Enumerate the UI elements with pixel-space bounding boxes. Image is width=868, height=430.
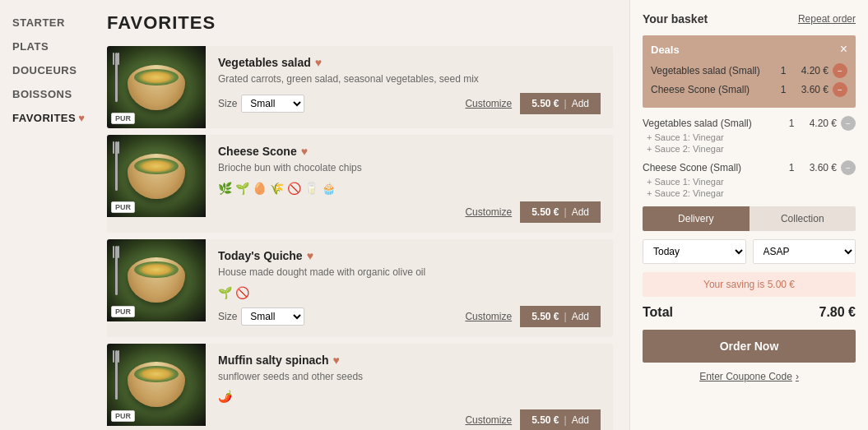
diet-icon-4: 🌾 [270, 182, 284, 195]
food-details-cheese-scone: Cheese Scone♥ Brioche bun with chocolate… [206, 135, 613, 233]
delivery-date-select[interactable]: Today Tomorrow [643, 239, 746, 264]
basket-item-price-0: 4.20 € [800, 118, 837, 129]
food-desc-cheese-scone: Brioche bun with chocolate chips [218, 161, 601, 175]
size-label: Size [218, 98, 237, 109]
basket-header: Your basket Repeat order [643, 12, 856, 25]
heart-icon: ♥ [315, 56, 322, 69]
food-desc-todays-quiche: House made dought made with organic oliv… [218, 266, 601, 280]
size-label: Size [218, 311, 237, 322]
food-bottom-todays-quiche: Size Small Medium Large Customize 5.50 €… [218, 306, 601, 327]
diet-icon-3: 🥚 [253, 182, 267, 195]
size-dropdown-vegetables-salad[interactable]: Small Medium Large [241, 95, 304, 113]
deal-price-1: 3.60 € [791, 84, 829, 95]
diet-icon-nogluten: 🚫 [235, 286, 249, 299]
diet-icon-6: 🥛 [304, 182, 318, 195]
sidebar-item-favorites[interactable]: FAVORITES♥ [12, 112, 78, 124]
delivery-selects: Today Tomorrow ASAP 12:00 12:30 [643, 239, 856, 264]
food-icons-cheese-scone: 🌿 🌱 🥚 🌾 🚫 🥛 🧁 [218, 182, 601, 195]
delivery-tab-collection[interactable]: Collection [750, 206, 856, 231]
basket-title: Your basket [643, 12, 708, 25]
food-actions-cheese-scone: Customize 5.50 € | Add [465, 201, 601, 223]
deal-qty-1: 1 [775, 84, 791, 95]
page-title: FAVORITES [107, 12, 613, 34]
repeat-order-link[interactable]: Repeat order [798, 13, 856, 25]
add-label-todays-quiche: Add [572, 311, 589, 322]
basket-item-qty-0: 1 [783, 118, 800, 129]
add-label-cheese-scone: Add [572, 206, 589, 218]
price-cheese-scone: 5.50 € [531, 206, 559, 218]
basket-item-main-0: Vegetables salad (Small) 1 4.20 € − [643, 116, 856, 131]
add-button-cheese-scone[interactable]: 5.50 € | Add [520, 201, 601, 223]
delivery-time-select[interactable]: ASAP 12:00 12:30 [753, 239, 856, 264]
fork-icon [115, 246, 118, 295]
coupon-label: Enter Coupone Code [699, 371, 792, 382]
customize-link-vegetables-salad[interactable]: Customize [465, 98, 512, 109]
diet-icon-7: 🧁 [322, 182, 336, 195]
customize-link-muffin-salty-spinach[interactable]: Customize [465, 414, 512, 426]
deals-close-icon[interactable]: × [840, 42, 847, 57]
basket-item-qty-1: 1 [783, 162, 800, 173]
basket-item-remove-0[interactable]: − [841, 116, 856, 131]
order-now-button[interactable]: Order Now [643, 330, 856, 363]
total-label: Total [643, 305, 673, 320]
plate-tag: PUR [111, 201, 135, 213]
food-card-vegetables-salad: PUR Vegetables salad♥ Grated carrots, gr… [107, 46, 613, 128]
basket-item-price-1: 3.60 € [800, 162, 837, 173]
price-vegetables-salad: 5.50 € [531, 98, 559, 109]
customize-link-cheese-scone[interactable]: Customize [465, 206, 512, 218]
deals-label: Deals [651, 44, 680, 56]
food-desc-vegetables-salad: Grated carrots, green salad, seasonal ve… [218, 72, 601, 86]
add-button-todays-quiche[interactable]: 5.50 € | Add [520, 306, 601, 327]
food-card-cheese-scone: PUR Cheese Scone♥ Brioche bun with choco… [107, 135, 613, 233]
customize-link-todays-quiche[interactable]: Customize [465, 311, 512, 322]
deal-price-0: 4.20 € [791, 65, 829, 76]
deal-name-0: Vegetables salad (Small) [651, 65, 775, 76]
diet-icon-1: 🌿 [218, 182, 232, 195]
deal-remove-1[interactable]: − [833, 82, 847, 97]
savings-bar: Your saving is 5.00 € [643, 272, 856, 297]
food-details-vegetables-salad: Vegetables salad♥ Grated carrots, green … [206, 46, 613, 124]
diet-icon-5: 🚫 [287, 182, 301, 195]
savings-label: Your saving is [703, 279, 764, 290]
deal-item-0: Vegetables salad (Small) 1 4.20 € − [651, 63, 847, 78]
total-row: Total 7.80 € [643, 305, 856, 320]
food-bottom-muffin-salty-spinach: Customize 5.50 € | Add [218, 409, 601, 430]
savings-value: 5.00 € [768, 279, 795, 290]
delivery-tab-delivery[interactable]: Delivery [643, 206, 750, 231]
basket-item-name-0: Vegetables salad (Small) [643, 118, 783, 129]
size-dropdown-todays-quiche[interactable]: Small Medium Large [241, 307, 304, 326]
bowl-icon [128, 362, 185, 407]
deal-remove-0[interactable]: − [833, 63, 847, 78]
add-button-vegetables-salad[interactable]: 5.50 € | Add [520, 93, 601, 114]
food-desc-muffin-salty-spinach: sunflower seeds and other seeds [218, 370, 601, 384]
diet-icon-spicy: 🌶️ [218, 390, 232, 403]
deals-header: Deals × [651, 42, 847, 57]
bowl-icon [128, 65, 185, 110]
food-name-todays-quiche: Today's Quiche♥ [218, 249, 601, 262]
food-card-muffin-salty-spinach: PUR Muffin salty spinach♥ sunflower seed… [107, 344, 613, 430]
sidebar-item-plats[interactable]: PLATS [12, 40, 78, 53]
food-icons-muffin-salty-spinach: 🌶️ [218, 390, 601, 403]
food-bottom-cheese-scone: Customize 5.50 € | Add [218, 201, 601, 223]
sidebar-item-starter[interactable]: STARTER [12, 16, 78, 29]
fork-icon [115, 350, 118, 400]
heart-icon: ♥ [307, 249, 313, 262]
food-actions-vegetables-salad: Customize 5.50 € | Add [465, 93, 601, 114]
diet-icon-veg: 🌱 [218, 286, 232, 299]
main-content: FAVORITES PUR Vegetables salad♥ Grated c… [91, 0, 629, 430]
food-card-todays-quiche: PUR Today's Quiche♥ House made dought ma… [107, 239, 613, 337]
basket-item-sub-1-0: + Sauce 1: Vinegar [643, 177, 856, 187]
add-button-muffin-salty-spinach[interactable]: 5.50 € | Add [520, 409, 601, 430]
food-actions-muffin-salty-spinach: Customize 5.50 € | Add [465, 409, 601, 430]
fork-icon [115, 141, 118, 191]
sidebar-item-douceurs[interactable]: DOUCEURS [12, 64, 78, 76]
coupon-link[interactable]: Enter Coupone Code › [643, 371, 856, 382]
price-muffin-salty-spinach: 5.50 € [531, 414, 559, 426]
basket-item-sub-1-1: + Sauce 2: Vinegar [643, 188, 856, 198]
deal-name-1: Cheese Scone (Small) [651, 84, 775, 95]
basket-item-remove-1[interactable]: − [841, 160, 856, 175]
sidebar-item-boissons[interactable]: BOISSONS [12, 88, 78, 100]
size-selector-todays-quiche: Size Small Medium Large [218, 307, 304, 326]
coupon-chevron-icon: › [796, 371, 799, 382]
plate-tag: PUR [111, 306, 135, 317]
